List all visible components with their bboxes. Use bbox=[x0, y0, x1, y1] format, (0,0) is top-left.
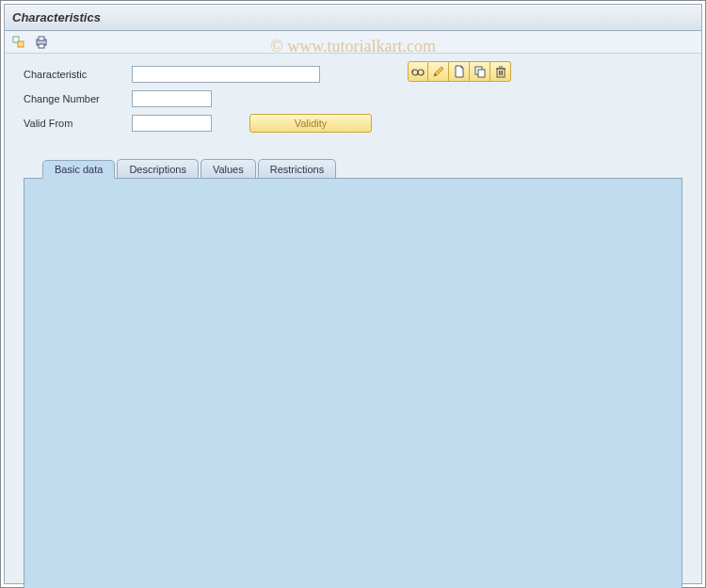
tab-strip: Basic data Descriptions Values Restricti… bbox=[24, 159, 682, 178]
svg-rect-4 bbox=[39, 44, 44, 48]
tab-label: Basic data bbox=[55, 164, 103, 175]
tab-label: Values bbox=[213, 164, 244, 175]
display-button[interactable] bbox=[408, 61, 428, 82]
tab-descriptions[interactable]: Descriptions bbox=[117, 159, 199, 178]
delete-button[interactable] bbox=[490, 61, 511, 82]
print-preview-icon[interactable] bbox=[33, 34, 50, 51]
input-valid-from[interactable] bbox=[132, 115, 212, 132]
row-characteristic: Characteristic bbox=[24, 63, 682, 86]
label-change-number: Change Number bbox=[24, 93, 132, 104]
tab-restrictions[interactable]: Restrictions bbox=[258, 159, 336, 178]
toggle-icon[interactable] bbox=[10, 34, 27, 51]
svg-rect-1 bbox=[18, 41, 24, 47]
trash-icon bbox=[494, 65, 507, 78]
tab-label: Descriptions bbox=[129, 164, 186, 175]
tabs-container: Basic data Descriptions Values Restricti… bbox=[24, 159, 682, 588]
page-title: Characteristics bbox=[12, 10, 101, 24]
pencil-icon bbox=[432, 65, 445, 78]
create-button[interactable] bbox=[449, 61, 470, 82]
glasses-icon bbox=[411, 65, 425, 78]
svg-point-6 bbox=[418, 70, 424, 75]
tab-label: Restrictions bbox=[270, 164, 324, 175]
form-area: Characteristic Change Number Valid From … bbox=[5, 54, 701, 142]
tab-content-area bbox=[24, 178, 682, 588]
tab-basic-data[interactable]: Basic data bbox=[42, 160, 115, 179]
app-container: Characteristics © www.tutorialkart.com bbox=[4, 4, 702, 584]
titlebar: Characteristics bbox=[5, 5, 701, 31]
row-valid-from: Valid From Validity bbox=[24, 112, 682, 135]
copy-icon bbox=[473, 65, 487, 78]
label-characteristic: Characteristic bbox=[24, 69, 132, 80]
tab-values[interactable]: Values bbox=[201, 159, 256, 178]
app-toolbar bbox=[5, 31, 701, 54]
document-icon bbox=[453, 65, 466, 78]
label-valid-from: Valid From bbox=[24, 118, 132, 129]
validity-button[interactable]: Validity bbox=[249, 114, 372, 133]
input-characteristic[interactable] bbox=[132, 66, 320, 83]
window-frame: Characteristics © www.tutorialkart.com bbox=[0, 0, 706, 588]
svg-rect-3 bbox=[39, 37, 44, 40]
row-change-number: Change Number bbox=[24, 87, 682, 110]
svg-rect-9 bbox=[478, 70, 485, 77]
action-toolbar bbox=[408, 61, 511, 82]
change-button[interactable] bbox=[428, 61, 449, 82]
copy-button[interactable] bbox=[470, 61, 490, 82]
input-change-number[interactable] bbox=[132, 90, 212, 107]
